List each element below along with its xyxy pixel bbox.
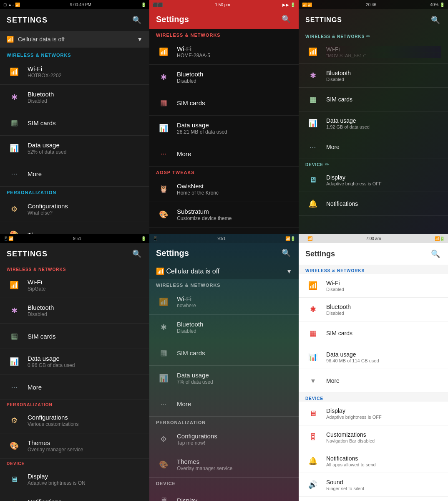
menu-more-6[interactable]: ▾ More [299,369,448,393]
menu-config-1[interactable]: ⚙ Configurations What else? [0,197,149,222]
menu-themes-5[interactable]: 🎨 Themes Overlay manager service [149,452,299,478]
more-icon-5: ··· [156,396,171,411]
settings-header-4: SETTINGS 🔍 [0,243,149,265]
menu-apps-6[interactable]: ⊞ Apps 106 apps installed [299,497,448,501]
menu-bt-5[interactable]: ✱ Bluetooth Disabled [149,315,299,340]
section-device-6: DEVICE [299,393,448,402]
data-title-6: Data usage [326,351,441,358]
menu-more-3[interactable]: ··· More [299,135,448,159]
menu-wifi-3[interactable]: 📶 Wi-Fi "MOVISTAR_5B17" [299,40,448,64]
menu-sim-3[interactable]: ▦ SIM cards [299,88,448,111]
themes-subtitle-4: Overlay manager service [28,447,143,453]
status-time-6: 7:00 am [366,236,381,241]
more-icon-1: ··· [7,166,22,181]
menu-display-3[interactable]: 🖥 Display Adaptive brightness is OFF [299,168,448,192]
config-subtitle-5: Tap me now! [177,440,292,446]
menu-display-6[interactable]: 🖥 Display Adaptive brightness is OFF [299,402,448,425]
settings-header-5: Settings 🔍 [149,243,299,263]
search-icon-4[interactable]: 🔍 [131,248,143,260]
menu-sim-5[interactable]: ▦ SIM cards [149,340,299,366]
menu-custom-6[interactable]: 🎛 Customizations Navigation Bar disabled [299,425,448,449]
settings-header-2: Settings 🔍 [149,9,299,29]
menu-substratum-2[interactable]: 🎨 Substratum Customize device theme [149,202,299,228]
substratum-title-2: Substratum [177,208,292,215]
menu-bt-3[interactable]: ✱ Bluetooth Disabled [299,64,448,88]
menu-bt-6[interactable]: ✱ Bluetooth Disabled [299,298,448,321]
menu-data-1[interactable]: 📊 Data usage 52% of data used [0,136,149,161]
menu-sound-6[interactable]: 🔊 Sound Ringer set to silent [299,473,448,497]
wifi-subtitle-5: nowhere [177,303,292,309]
menu-config-4[interactable]: ⚙ Configurations Various customizations [0,408,149,433]
menu-sim-1[interactable]: ▦ SIM cards [0,110,149,136]
menu-notif-3[interactable]: 🔔 Notifications [299,192,448,216]
menu-bt-2[interactable]: ✱ Bluetooth Disabled [149,65,299,90]
menu-magisk-2[interactable]: ⚡ Magisk manager Control modules and set… [149,228,299,234]
wifi-icon-3: 📶 [305,44,320,59]
menu-more-1[interactable]: ··· More [0,161,149,187]
config-icon-5: ⚙ [156,432,171,447]
display-subtitle-6: Adaptive brightness is OFF [326,415,441,420]
menu-more-4[interactable]: ··· More [0,374,149,400]
cellular-left-5: 📶 Cellular data is off [156,267,219,275]
data-title-3: Data usage [326,117,441,124]
menu-bt-4[interactable]: ✱ Bluetooth Disabled [0,298,149,324]
status-right-3: 40% 🔋 [430,3,445,7]
sim-title-2: SIM cards [177,99,292,106]
wifi-icon-6: 📶 [305,278,320,293]
more-icon-6: ▾ [305,373,320,388]
status-right-6: 📶🔋 [435,236,445,241]
menu-sim-2[interactable]: ▦ SIM cards [149,90,299,116]
bt-title-4: Bluetooth [28,304,143,311]
search-icon-3[interactable]: 🔍 [430,14,441,26]
panel-bottom-right: — 📶 7:00 am 📶🔋 Settings 🔍 WIRELESS & NET… [299,234,448,501]
menu-data-4[interactable]: 📊 Data usage 0.96 GB of data used [0,349,149,374]
status-time-2: 1:50 pm [215,3,230,7]
settings-title-5: Settings [156,248,189,258]
menu-wifi-1[interactable]: 📶 Wi-Fi HOTBOX-2202 [0,59,149,85]
menu-sim-6[interactable]: ▦ SIM cards [299,321,448,345]
menu-wifi-2[interactable]: 📶 Wi-Fi HOME-28AA-5 [149,39,299,65]
menu-display-5[interactable]: 🖥 Display [149,488,299,501]
search-icon-1[interactable]: 🔍 [131,14,143,26]
menu-wifi-4[interactable]: 📶 Wi-Fi SipGate [0,273,149,298]
menu-owls-2[interactable]: 🦉 OwlsNest Home of the Kronc [149,177,299,202]
menu-wifi-5[interactable]: 📶 Wi-Fi nowhere [149,289,299,315]
display-icon-5: 🖥 [156,493,171,501]
menu-config-5[interactable]: ⚙ Configurations Tap me now! [149,427,299,452]
substratum-subtitle-2: Customize device theme [177,215,292,221]
edit-icon-device-3[interactable]: ✏ [325,162,329,167]
menu-bt-1[interactable]: ✱ Bluetooth Disabled [0,85,149,110]
menu-themes-4[interactable]: 🎨 Themes Overlay manager service [0,433,149,459]
menu-themes-1[interactable]: 🎨 Themes [0,222,149,234]
status-time-4: 9:51 [73,236,81,241]
menu-wifi-6[interactable]: 📶 Wi-Fi Disabled [299,274,448,298]
menu-sim-4[interactable]: ▦ SIM cards [0,324,149,349]
menu-data-3[interactable]: 📊 Data usage 1.92 GB of data used [299,111,448,135]
menu-notif-6[interactable]: 🔔 Notifications All apps allowed to send [299,449,448,473]
config-icon-4: ⚙ [7,413,22,428]
data-subtitle-3: 1.92 GB of data used [326,124,441,129]
search-icon-2[interactable]: 🔍 [280,13,292,25]
themes-icon-4: 🎨 [7,438,22,453]
edit-icon-wireless-3[interactable]: ✏ [366,33,370,39]
search-icon-5[interactable]: 🔍 [280,247,292,259]
notif-icon-4: 🔔 [7,497,22,501]
menu-data-6[interactable]: 📊 Data usage 96.40 MB of 114 GB used [299,345,448,369]
menu-data-5[interactable]: 📊 Data usage 7% of data used [149,366,299,391]
wifi-subtitle-3: "MOVISTAR_5B17" [326,53,441,58]
search-icon-6[interactable]: 🔍 [430,248,441,260]
menu-more-5[interactable]: ··· More [149,391,299,417]
bt-subtitle-4: Disabled [28,311,143,317]
menu-more-2[interactable]: ··· More [149,141,299,167]
menu-notif-4[interactable]: 🔔 Notifications 1 app blocked from sendi… [0,492,149,501]
menu-data-2[interactable]: 📊 Data usage 28.21 MB of data used [149,116,299,141]
settings-title-1: SETTINGS [7,16,48,25]
more-title-3: More [326,144,441,150]
sim-icon-3: ▦ [305,92,320,107]
menu-display-4[interactable]: 🖥 Display Adaptive brightness is ON [0,467,149,492]
config-subtitle-1: What else? [28,210,143,216]
cellular-banner-1[interactable]: 📶 Cellular data is off ▼ [0,31,149,48]
chevron-icon-5: ▼ [286,268,292,275]
cellular-banner-5[interactable]: 📶 Cellular data is off ▼ [149,263,299,279]
sim-icon-4: ▦ [7,329,22,344]
